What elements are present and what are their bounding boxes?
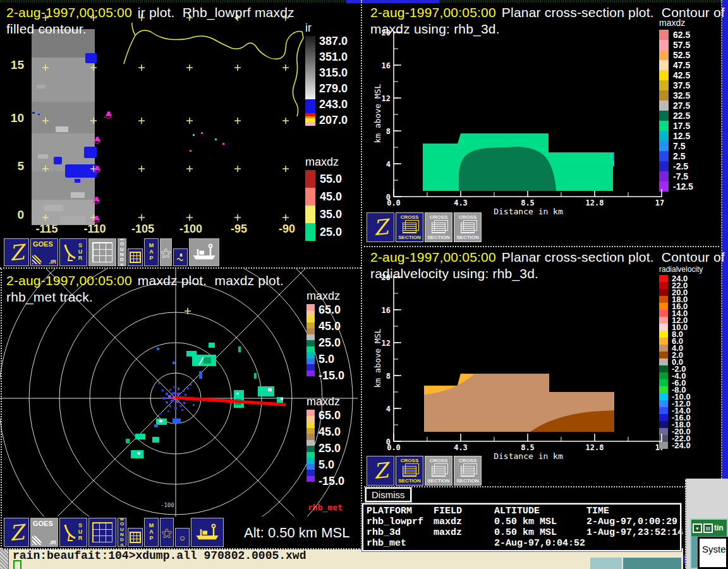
bounds-button[interactable]: BOUNDS [118,518,126,547]
section-label: SECTION [456,479,479,484]
colorbar-swatch [306,310,315,317]
terminal-window[interactable]: rain:beaufait:104>xdump.all 970802.0005.… [0,549,683,569]
goes-ir-label: .IR [49,259,56,265]
xsection-title: 2-aug-1997,00:05:00Planar cross-section … [370,250,725,265]
ir-map-plot[interactable] [0,3,361,240]
field-cell [434,538,494,549]
plot-time: 2-aug-1997,00:05:00 [370,5,496,20]
ir-plot-title-line2: filled contour. [6,21,87,37]
altitude-cell: 2-Aug-97,0:04:52 [494,538,586,549]
cube-icon [403,223,416,233]
colorbar-swatch [306,316,315,322]
ir-plot-title: 2-aug-1997,00:05:00ir plot. Rhb_lowprf m… [6,5,294,20]
colorbar-swatch [306,434,315,440]
zeb-logo-button[interactable]: Z [367,212,394,242]
goes-label: GOES [33,520,53,527]
colorbar-swatch [306,452,315,458]
small-grid-button[interactable] [128,528,143,547]
zeb-z-icon: Z [8,241,25,263]
plot-title-text: maxdz plot. maxdz plot. [138,273,284,288]
sur-label: SUR [78,523,83,542]
goes-ir-button[interactable]: GOES.IR [30,518,58,547]
colorbar-swatch [306,422,315,428]
colorbar-swatch [306,464,315,470]
y-tick-label: 12 [369,339,391,348]
cross-section-button-active[interactable]: CROSSSECTION [396,456,423,486]
colorbar-label: maxdz [306,395,344,408]
cross-section-button-active[interactable]: CROSSSECTION [396,212,423,242]
status-header-row: PLATFORMFIELDALTITUDETIME [367,506,680,517]
goes-dish-icon [32,535,42,545]
radar-toolbar: Z GOES.IR SUR BOUNDS MAP ⚝ ○ [4,518,224,547]
system-window[interactable]: Syster [698,537,728,569]
section-label: SECTION [398,235,421,240]
colorbar-swatch [306,358,315,365]
bounds-button[interactable]: BOUNDS [118,238,126,266]
colorbar-swatch [306,476,315,482]
goes-ir-button[interactable]: GOES.IR [30,238,58,266]
window-iconify-button[interactable]: ▤ [703,523,713,533]
window-menu-button[interactable]: ● [693,523,702,533]
xsection-title: 2-aug-1997,00:05:00Planar cross-section … [370,5,725,20]
colorbar-swatch [306,340,315,346]
quadrant-xsection-maxdz: 2-aug-1997,00:05:00Planar cross-section … [364,3,721,246]
data-status-window: PLATFORMFIELDALTITUDETIME rhb_lowprfmaxd… [362,503,681,551]
altitude-cell: 0.50 km MSL [494,517,586,527]
colorbar-swatch [306,304,315,310]
colorbar-tick-label: -15.0 [318,370,344,381]
field-cell: maxdz [434,517,494,527]
small-grid-button[interactable] [128,248,143,266]
zeb-logo-button[interactable]: Z [367,456,394,486]
ship-icon [191,243,217,262]
plot-time: 2-aug-1997,00:05:00 [6,5,132,20]
section-label: SECTION [427,235,450,240]
cross-section-button[interactable]: CROSSSECTION [425,212,452,242]
cube-icon [461,466,475,477]
ship-button[interactable] [191,518,224,547]
y-tick-label: 4 [369,160,391,169]
colorbar-swatch [306,346,315,353]
bounds-label: BOUNDS [119,518,124,547]
goes-label: GOES [33,240,53,248]
status-header-cell: ALTITUDE [494,506,586,517]
zeb-logo-button[interactable]: Z [4,518,29,547]
surveillance-radar-button[interactable]: SUR [59,238,87,266]
gear-button[interactable]: ⚝ [160,238,172,266]
gear-button[interactable]: ⚝ [160,518,174,547]
colorbar-tick-label: 25.0 [318,443,344,454]
map-overlay-button[interactable]: MAP [144,238,159,266]
xsection-toolbar: Z CROSSSECTION CROSSSECTION CROSSSECTION [367,456,482,486]
cube-icon [432,223,446,233]
colorbar-tick-label: 5.0 [318,459,344,470]
quadrant-xsection-radialvelocity: 2-aug-1997,00:05:00Planar cross-section … [364,247,721,487]
zeb-logo-button[interactable]: Z [4,238,29,266]
platform-cell: rhb_lowprf [367,517,434,527]
circle-button[interactable]: ○ [175,528,190,547]
map-overlay-button[interactable]: MAP [144,518,159,547]
buoy-icon [176,253,185,262]
dismiss-button[interactable]: Dismiss [365,487,411,502]
status-header-cell: TIME [586,506,680,517]
ship-button[interactable] [189,238,219,266]
cross-section-button[interactable]: CROSSSECTION [425,456,452,486]
zebra-display: 2-aug-1997,00:05:00ir plot. Rhb_lowprf m… [0,0,728,569]
grid-radar-button[interactable] [88,238,116,266]
colorbar-swatch [306,370,315,377]
radar-maxdz-colorbar-2: maxdz 65.045.025.05.0-15.0 [306,395,344,487]
ship-track-line [176,398,286,405]
taskbar-segment-1[interactable] [590,558,622,569]
terminal-prompt-line: rain:beaufait:104>xdump.all 970802.0005.… [13,549,306,562]
buoy-button[interactable] [173,248,188,266]
right-edge-bar [721,0,728,491]
grid-radar-button[interactable] [88,518,116,547]
tin-window-titlebar[interactable]: ● ▤ tin [691,520,727,536]
y-tick-label: 8 [369,127,391,136]
xsection-toolbar: Z CROSSSECTION CROSSSECTION CROSSSECTION [367,212,482,242]
radar-plot-title: 2-aug-1997,00:05:00maxdz plot. maxdz plo… [6,273,284,288]
cross-section-button[interactable]: CROSSSECTION [454,456,482,486]
time-cell: 1-Aug-97,23:52:14 [586,527,683,538]
taskbar-segment-2[interactable] [623,558,681,569]
terminal-scrollbar[interactable] [0,549,9,569]
surveillance-radar-button[interactable]: SUR [59,518,87,547]
cross-section-button[interactable]: CROSSSECTION [454,212,482,242]
